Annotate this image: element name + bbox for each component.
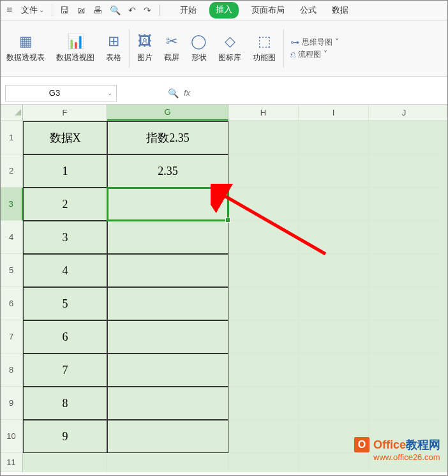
redo-icon[interactable]: ↷ — [144, 5, 151, 15]
screenshot-button[interactable]: ✂ 截屏 — [159, 31, 184, 66]
shapes-button[interactable]: ◯ 形状 — [186, 31, 212, 66]
cell-G4[interactable] — [107, 221, 228, 254]
row-header-2[interactable]: 2 — [0, 154, 23, 188]
watermark-brand-1: Office — [373, 438, 406, 451]
cell-H5[interactable] — [228, 254, 299, 287]
tab-formula[interactable]: 公式 — [297, 2, 319, 19]
cell-J2[interactable] — [369, 154, 439, 188]
cell-F11[interactable] — [23, 453, 107, 472]
cell-H9[interactable] — [228, 387, 299, 420]
cell-I3[interactable] — [299, 188, 369, 221]
cell-G9[interactable] — [107, 387, 228, 420]
zoom-icon[interactable]: 🔍 — [168, 88, 179, 98]
flowchart-button[interactable]: ⎌ 流程图 ˅ — [290, 49, 339, 60]
cell-J6[interactable] — [369, 287, 439, 320]
file-menu[interactable]: 文件 ⌄ — [19, 4, 47, 16]
cell-I1[interactable] — [299, 121, 369, 154]
row-header-11[interactable]: 11 — [0, 453, 23, 472]
row-header-6[interactable]: 6 — [0, 287, 23, 320]
cell-H11[interactable] — [228, 453, 299, 472]
col-header-F[interactable]: F — [23, 105, 107, 121]
col-header-H[interactable]: H — [228, 105, 299, 121]
col-header-J[interactable]: J — [369, 105, 439, 121]
cell-I5[interactable] — [299, 254, 369, 287]
tab-start[interactable]: 开始 — [177, 2, 199, 19]
cell-G11[interactable] — [107, 453, 228, 472]
name-box[interactable]: ⌄ — [5, 85, 117, 101]
save-icon[interactable]: 🖫 — [60, 5, 69, 15]
cell-J7[interactable] — [369, 320, 439, 353]
print-icon[interactable]: 🖶 — [93, 5, 102, 15]
cell-F6[interactable]: 5 — [23, 287, 107, 320]
undo-icon[interactable]: ↶ — [128, 5, 136, 15]
cell-G3[interactable] — [107, 188, 228, 221]
cell-J1[interactable] — [369, 121, 439, 154]
cell-I2[interactable] — [299, 154, 369, 188]
funcchart-button[interactable]: ⬚ 功能图 — [248, 31, 281, 66]
preview-icon[interactable]: 🔍 — [110, 5, 121, 15]
cell-G2[interactable]: 2.35 — [107, 154, 228, 188]
name-box-input[interactable] — [6, 86, 103, 101]
row-header-1[interactable]: 1 — [0, 121, 23, 154]
cell-F1[interactable]: 数据X — [23, 121, 107, 154]
row-header-10[interactable]: 10 — [0, 420, 23, 453]
cell-G5[interactable] — [107, 254, 228, 287]
cell-J5[interactable] — [369, 254, 439, 287]
cell-H1[interactable] — [228, 121, 299, 154]
cell-G8[interactable] — [107, 353, 228, 387]
row-header-5[interactable]: 5 — [0, 254, 23, 287]
cell-I7[interactable] — [299, 320, 369, 353]
fill-handle[interactable] — [225, 218, 230, 223]
formula-input[interactable] — [190, 82, 448, 104]
pivot-table-button[interactable]: ▦ 数据透视表 — [1, 31, 50, 66]
cell-I9[interactable] — [299, 387, 369, 420]
cell-H8[interactable] — [228, 353, 299, 387]
mindmap-label: 思维导图 — [302, 37, 332, 48]
picture-button[interactable]: 🖼 图片 — [132, 31, 158, 66]
cell-J9[interactable] — [369, 387, 439, 420]
cell-G7[interactable] — [107, 320, 228, 353]
hamburger-icon[interactable]: ≡ — [3, 4, 16, 16]
tab-insert[interactable]: 插入 — [209, 2, 239, 19]
row-header-3[interactable]: 3 — [0, 188, 23, 221]
cell-H4[interactable] — [228, 221, 299, 254]
row-header-7[interactable]: 7 — [0, 320, 23, 353]
cell-I6[interactable] — [299, 287, 369, 320]
pivot-chart-button[interactable]: 📊 数据透视图 — [51, 31, 100, 66]
cell-G1[interactable]: 指数2.35 — [107, 121, 228, 154]
tab-data[interactable]: 数据 — [329, 2, 351, 19]
table-button[interactable]: ⊞ 表格 — [101, 31, 126, 66]
cell-G10[interactable] — [107, 420, 228, 453]
cell-H3[interactable] — [228, 188, 299, 221]
cell-F2[interactable]: 1 — [23, 154, 107, 188]
cell-H7[interactable] — [228, 320, 299, 353]
cell-F7[interactable]: 6 — [23, 320, 107, 353]
fx-label[interactable]: fx — [184, 88, 190, 98]
cell-J4[interactable] — [369, 221, 439, 254]
iconlib-button[interactable]: ◇ 图标库 — [213, 31, 246, 66]
save-as-icon[interactable]: 🖭 — [77, 5, 86, 15]
cell-F8[interactable]: 7 — [23, 353, 107, 387]
row-header-8[interactable]: 8 — [0, 353, 23, 387]
cell-H10[interactable] — [228, 420, 299, 453]
select-all-corner[interactable] — [0, 105, 23, 121]
chevron-down-icon[interactable]: ⌄ — [103, 89, 116, 96]
cell-I8[interactable] — [299, 353, 369, 387]
cell-J3[interactable] — [369, 188, 439, 221]
cell-F5[interactable]: 4 — [23, 254, 107, 287]
tab-pagelayout[interactable]: 页面布局 — [249, 2, 287, 19]
mindmap-button[interactable]: ⊶ 思维导图 ˅ — [290, 37, 339, 48]
cell-I4[interactable] — [299, 221, 369, 254]
cell-F9[interactable]: 8 — [23, 387, 107, 420]
cell-J8[interactable] — [369, 353, 439, 387]
row-header-4[interactable]: 4 — [0, 221, 23, 254]
col-header-G[interactable]: G — [107, 105, 228, 121]
row-header-9[interactable]: 9 — [0, 387, 23, 420]
cell-F10[interactable]: 9 — [23, 420, 107, 453]
cell-H6[interactable] — [228, 287, 299, 320]
cell-F4[interactable]: 3 — [23, 221, 107, 254]
cell-G6[interactable] — [107, 287, 228, 320]
col-header-I[interactable]: I — [299, 105, 369, 121]
cell-H2[interactable] — [228, 154, 299, 188]
cell-F3[interactable]: 2 — [23, 188, 107, 221]
